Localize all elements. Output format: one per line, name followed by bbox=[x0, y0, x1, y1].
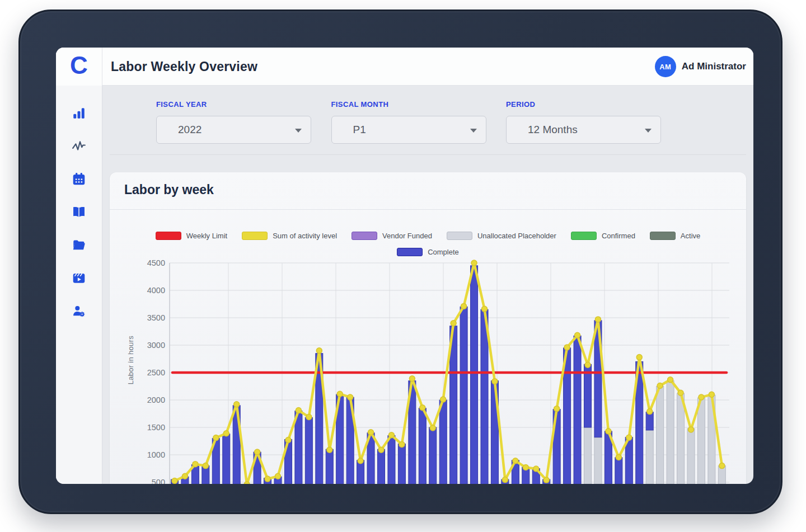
activity-point-week-11 bbox=[275, 473, 281, 479]
app-logo: C bbox=[70, 53, 88, 78]
activity-point-week-36 bbox=[533, 466, 539, 472]
filter-value: 2022 bbox=[178, 124, 202, 136]
filter-select-fiscal-month[interactable]: P1 bbox=[331, 116, 486, 144]
activity-point-week-17 bbox=[337, 391, 343, 397]
y-axis-title: Labor in hours bbox=[126, 336, 135, 384]
activity-point-week-51 bbox=[688, 427, 694, 432]
activity-point-week-1 bbox=[172, 478, 177, 484]
chevron-down-icon bbox=[470, 129, 477, 133]
activity-point-week-40 bbox=[575, 332, 580, 338]
bar-unallocated-week-41 bbox=[584, 427, 592, 484]
activity-point-week-39 bbox=[564, 345, 570, 350]
filter-label-period: PERIOD bbox=[506, 100, 535, 109]
activity-point-week-12 bbox=[285, 437, 291, 443]
y-tick-label: 1500 bbox=[147, 423, 165, 432]
bar-complete-week-25 bbox=[419, 408, 426, 484]
activity-point-week-43 bbox=[606, 429, 611, 434]
bar-unallocated-week-42 bbox=[594, 437, 602, 484]
y-tick-label: 3000 bbox=[147, 341, 165, 350]
calendar-icon bbox=[72, 172, 86, 189]
activity-point-week-7 bbox=[234, 402, 240, 407]
bar-complete-week-22 bbox=[388, 436, 395, 484]
activity-point-week-20 bbox=[368, 430, 374, 435]
activity-point-week-24 bbox=[409, 376, 415, 382]
activity-point-week-44 bbox=[616, 454, 621, 460]
activity-point-week-35 bbox=[523, 465, 528, 470]
bar-complete-week-21 bbox=[378, 449, 385, 484]
activity-point-week-34 bbox=[513, 458, 518, 464]
bar-complete-week-27 bbox=[439, 400, 447, 484]
sidebar-item-folder[interactable] bbox=[71, 239, 87, 253]
activity-point-week-25 bbox=[420, 405, 425, 411]
activity-point-week-8 bbox=[244, 482, 250, 484]
y-tick-label: 3500 bbox=[147, 313, 165, 322]
bar-unallocated-week-52 bbox=[697, 398, 705, 484]
filters-divider bbox=[110, 154, 746, 155]
filter-label-fiscal-year: FISCAL YEAR bbox=[156, 100, 207, 109]
activity-point-week-37 bbox=[543, 477, 549, 483]
tablet-frame: C Labor Weekly Overview AM Ad Ministrato… bbox=[18, 10, 782, 514]
bar-complete-week-40 bbox=[574, 336, 581, 484]
activity-point-week-6 bbox=[223, 431, 229, 436]
bar-unallocated-week-49 bbox=[667, 381, 674, 484]
bar-unallocated-week-48 bbox=[657, 387, 664, 484]
labor-by-week-card: Labor by week Weekly LimitSum of activit… bbox=[110, 172, 746, 484]
sidebar-item-activity[interactable] bbox=[71, 140, 87, 154]
sidebar bbox=[56, 86, 102, 484]
activity-point-week-14 bbox=[306, 414, 312, 420]
bar-unallocated-week-51 bbox=[687, 429, 695, 484]
activity-point-week-45 bbox=[626, 435, 632, 440]
activity-point-week-9 bbox=[255, 449, 260, 455]
activity-point-week-16 bbox=[327, 447, 332, 453]
avatar[interactable]: AM bbox=[655, 56, 676, 77]
bar-chart-icon bbox=[72, 106, 86, 123]
video-icon bbox=[72, 271, 86, 288]
chart-canvas: 50010001500200025003000350040004500 bbox=[110, 172, 746, 484]
activity-point-week-26 bbox=[430, 425, 435, 431]
activity-point-week-29 bbox=[461, 303, 467, 309]
activity-point-week-13 bbox=[296, 408, 301, 413]
folder-icon bbox=[72, 238, 86, 255]
activity-point-week-15 bbox=[316, 348, 322, 354]
sidebar-item-video[interactable] bbox=[71, 272, 87, 286]
bar-complete-week-14 bbox=[305, 417, 312, 484]
sidebar-item-bar-chart[interactable] bbox=[71, 107, 87, 121]
activity-point-week-4 bbox=[203, 463, 208, 469]
activity-point-week-53 bbox=[709, 392, 714, 397]
y-tick-label: 2000 bbox=[147, 396, 165, 404]
activity-point-week-22 bbox=[388, 432, 394, 438]
activity-point-week-30 bbox=[471, 260, 477, 266]
sidebar-item-book[interactable] bbox=[71, 206, 87, 220]
activity-point-week-42 bbox=[595, 317, 601, 322]
user-settings-icon bbox=[72, 304, 86, 321]
bar-complete-week-44 bbox=[615, 458, 622, 484]
activity-point-week-47 bbox=[647, 409, 653, 415]
app-screen: C Labor Weekly Overview AM Ad Ministrato… bbox=[56, 48, 753, 484]
chevron-down-icon bbox=[295, 129, 302, 133]
labor-by-week-chart: Labor in hours 5001000150020002500300035… bbox=[110, 172, 746, 484]
page-title: Labor Weekly Overview bbox=[111, 48, 257, 86]
activity-point-week-38 bbox=[554, 406, 560, 412]
bar-complete-week-29 bbox=[460, 307, 467, 484]
filter-select-period[interactable]: 12 Months bbox=[506, 116, 661, 144]
app-logo-cell: C bbox=[56, 48, 102, 86]
chevron-down-icon bbox=[645, 129, 652, 133]
bar-unallocated-week-50 bbox=[677, 393, 685, 484]
bar-complete-week-16 bbox=[326, 449, 333, 484]
activity-point-week-52 bbox=[699, 394, 704, 400]
activity-icon bbox=[72, 139, 86, 156]
bar-unallocated-week-47 bbox=[646, 430, 653, 484]
activity-point-week-31 bbox=[482, 306, 488, 312]
sidebar-item-user-settings[interactable] bbox=[71, 305, 87, 319]
y-tick-label: 500 bbox=[152, 478, 165, 484]
y-tick-label: 4500 bbox=[147, 258, 165, 267]
activity-point-week-46 bbox=[636, 355, 642, 360]
book-icon bbox=[72, 205, 86, 222]
bar-complete-week-26 bbox=[429, 427, 437, 484]
sidebar-item-calendar[interactable] bbox=[71, 173, 87, 187]
user-menu[interactable]: AM Ad Ministrator bbox=[655, 48, 746, 86]
filter-select-fiscal-year[interactable]: 2022 bbox=[156, 116, 311, 144]
activity-point-week-50 bbox=[678, 390, 683, 396]
activity-point-week-27 bbox=[441, 397, 446, 402]
y-tick-label: 4000 bbox=[147, 286, 165, 295]
